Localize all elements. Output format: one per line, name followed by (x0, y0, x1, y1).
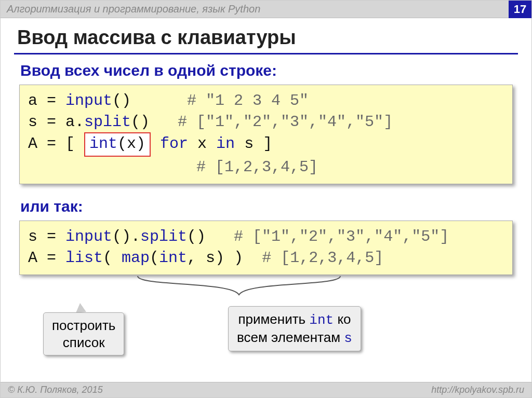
highlight-intx: int(x) (84, 132, 151, 157)
callout-build-list: построить список (43, 312, 124, 355)
callout-pointer-1 (75, 303, 86, 313)
slide-title: Ввод массива с клавиатуры (14, 23, 518, 53)
brace-icon (132, 274, 345, 308)
slide-subtitle: Ввод всех чисел в одной строке: (14, 60, 518, 85)
or-label: или так: (14, 195, 518, 221)
callout-apply-int: применить int ко всем элементам s (228, 306, 361, 351)
slide-body: Ввод массива с клавиатуры Ввод всех чисе… (1, 18, 531, 370)
slide-footer: © К.Ю. Поляков, 2015 http://kpolyakov.sp… (1, 382, 531, 397)
footer-left: © К.Ю. Поляков, 2015 (8, 385, 103, 395)
code-block-2: s = input().split() # ["1","2","3","4","… (19, 221, 513, 275)
header-title: Алгоритмизация и программирование, язык … (7, 3, 260, 15)
page-number: 17 (509, 1, 531, 18)
title-rule (14, 53, 518, 54)
footer-right: http://kpolyakov.spb.ru (431, 385, 524, 395)
callouts-area: построить список применить int ко всем э… (14, 282, 518, 370)
code-block-1: a = input() # "1 2 3 4 5" s = a.split() … (19, 85, 513, 184)
slide-header: Алгоритмизация и программирование, язык … (1, 1, 531, 18)
